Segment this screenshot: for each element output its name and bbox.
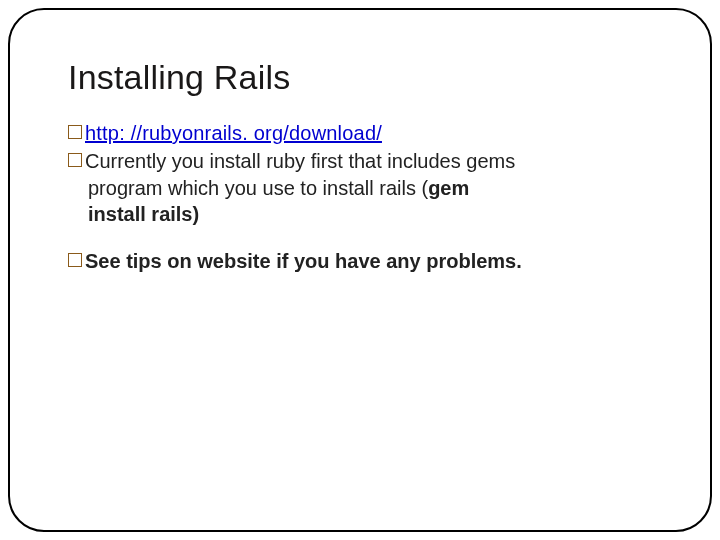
- bullet-item-3: See tips on website if you have any prob…: [68, 249, 652, 275]
- bullet-text-bold: See tips on website if you have any prob…: [85, 249, 522, 275]
- bold-text: gem: [428, 177, 469, 199]
- bullet-continuation-bold: install rails): [88, 202, 652, 228]
- bullet-square-icon: [68, 153, 82, 167]
- bullet-item-2: Currently you install ruby first that in…: [68, 149, 652, 175]
- slide-title: Installing Rails: [68, 58, 652, 97]
- bullet-item-1: http: //rubyonrails. org/download/: [68, 121, 652, 147]
- bullet-continuation: program which you use to install rails (…: [88, 176, 652, 202]
- link-text[interactable]: http: //rubyonrails. org/download/: [85, 121, 382, 147]
- text-part: program which you use to install rails (: [88, 177, 428, 199]
- bullet-square-icon: [68, 125, 82, 139]
- bullet-square-icon: [68, 253, 82, 267]
- slide-frame: Installing Rails http: //rubyonrails. or…: [8, 8, 712, 532]
- bullet-text: Currently you install ruby first that in…: [85, 149, 515, 175]
